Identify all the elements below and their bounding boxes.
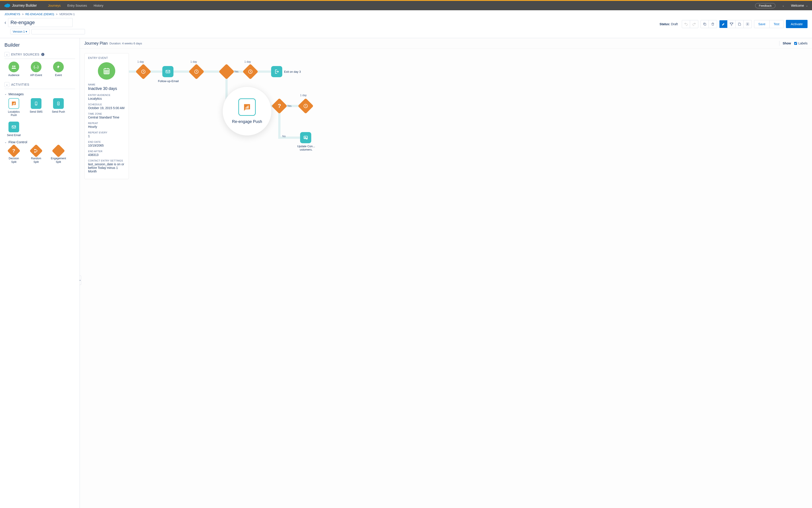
menu-chevron-icon[interactable]: ⌄ xyxy=(782,4,784,7)
history-group xyxy=(682,20,698,28)
svg-point-10 xyxy=(35,149,36,150)
update-contact-node[interactable] xyxy=(300,132,311,143)
back-button[interactable]: ‹ xyxy=(4,19,6,26)
tile-send-push[interactable]: Send Push xyxy=(50,98,66,117)
labels-toggle[interactable]: Labels xyxy=(794,42,808,45)
tile-localytics-push[interactable]: Localytics Push xyxy=(6,98,22,117)
tile-api-event[interactable]: {...} API Event xyxy=(28,61,44,77)
topbar: Journey Builder Journeys Entry Sources H… xyxy=(0,1,812,10)
exit-node[interactable] xyxy=(271,66,282,77)
followup-email-node[interactable] xyxy=(162,66,174,77)
share-button[interactable] xyxy=(735,20,744,28)
canvas-area: ◂ Journey Plan Duration: 4 weeks 6 days … xyxy=(80,38,812,508)
svg-rect-22 xyxy=(166,70,170,73)
journey-canvas[interactable]: ENTRY EVENT NAMEInactive 30 days ENTRY A… xyxy=(80,49,812,508)
breadcrumb-journeys[interactable]: JOURNEYS xyxy=(4,12,20,16)
breadcrumb-parent[interactable]: RE-ENGAGE (DEMO) xyxy=(26,12,54,16)
info-icon[interactable]: i xyxy=(41,53,44,56)
tile-random-split[interactable]: Random Split xyxy=(28,146,44,164)
status-text: Status: Draft xyxy=(660,22,678,26)
svg-point-2 xyxy=(12,66,14,67)
wait-node-2[interactable] xyxy=(189,64,204,80)
mode-group xyxy=(719,20,752,28)
wait-node-4[interactable] xyxy=(298,98,314,114)
nav-journeys[interactable]: Journeys xyxy=(48,4,61,7)
builder-sidebar: Builder ⌄ ENTRY SOURCES i Audience {...}… xyxy=(0,38,80,508)
svg-point-11 xyxy=(35,152,36,153)
nav-entry-sources[interactable]: Entry Sources xyxy=(67,4,87,7)
salesforce-cloud-icon xyxy=(4,3,10,8)
secondary-input[interactable] xyxy=(32,29,85,34)
feedback-button[interactable]: Feedback xyxy=(755,3,775,8)
svg-rect-0 xyxy=(704,24,706,25)
chevron-down-icon: ⌄ xyxy=(4,92,7,95)
edit-mode-button[interactable] xyxy=(719,20,727,28)
chevron-down-icon: ⌄ xyxy=(4,52,9,57)
localytics-push-icon xyxy=(238,98,256,116)
delete-button[interactable] xyxy=(709,20,717,28)
chevron-down-icon: ⌄ xyxy=(4,82,9,87)
chevron-down-icon: ⌄ xyxy=(806,4,808,7)
wait-node-3[interactable] xyxy=(243,64,258,80)
tile-engagement-split[interactable]: Engagement Split xyxy=(50,146,66,164)
wait-node-1[interactable] xyxy=(136,64,151,80)
reengage-push-node[interactable]: Re-engage Push xyxy=(223,87,272,136)
journey-plan-title: Journey Plan xyxy=(84,41,108,46)
tile-event[interactable]: Event xyxy=(50,61,66,77)
activities-section[interactable]: ⌄ ACTIVITIES xyxy=(4,82,75,89)
svg-point-5 xyxy=(36,104,36,105)
redo-button[interactable] xyxy=(690,20,698,28)
journey-title-input[interactable] xyxy=(8,18,73,27)
activate-button[interactable]: Activate xyxy=(786,20,808,28)
tile-audience[interactable]: Audience xyxy=(6,61,22,77)
save-button[interactable]: Save xyxy=(754,20,770,28)
entry-event-card[interactable]: ENTRY EVENT NAMEInactive 30 days ENTRY A… xyxy=(84,53,129,179)
control-row: ‹ Version 1 ▾ Status: Draft Save Test Ac… xyxy=(0,18,812,38)
app-title: Journey Builder xyxy=(12,4,37,8)
settings-button[interactable] xyxy=(744,20,752,28)
svg-point-3 xyxy=(14,66,15,67)
svg-point-1 xyxy=(747,24,748,25)
copy-button[interactable] xyxy=(701,20,709,28)
entry-sources-section[interactable]: ⌄ ENTRY SOURCES i xyxy=(4,52,75,59)
undo-button[interactable] xyxy=(682,20,690,28)
breadcrumb: JOURNEYS > RE-ENGAGE (DEMO) > VERSION 1 xyxy=(0,10,812,18)
svg-rect-9 xyxy=(12,126,16,128)
goals-button[interactable] xyxy=(727,20,735,28)
calendar-icon xyxy=(98,62,115,80)
breadcrumb-current: VERSION 1 xyxy=(59,12,75,16)
save-test-group: Save Test xyxy=(754,20,784,28)
builder-title: Builder xyxy=(4,42,75,48)
show-label: Show xyxy=(782,42,791,45)
test-button[interactable]: Test xyxy=(770,20,783,28)
engagement-split-node[interactable] xyxy=(219,64,235,80)
chevron-down-icon: ⌄ xyxy=(4,140,7,144)
version-select[interactable]: Version 1 ▾ xyxy=(10,29,30,34)
edit-group xyxy=(701,20,717,28)
svg-point-8 xyxy=(58,104,59,104)
nav-history[interactable]: History xyxy=(94,4,103,7)
tile-send-sms[interactable]: Send SMS xyxy=(28,98,44,117)
flow-control-subsection[interactable]: ⌄ Flow Control xyxy=(4,140,75,144)
welcome-menu[interactable]: Welcome ⌄ xyxy=(791,4,808,7)
messages-subsection[interactable]: ⌄ Messages xyxy=(4,92,75,96)
decision-split-node[interactable]: ? xyxy=(272,98,287,114)
tile-send-email[interactable]: Send Email xyxy=(6,122,22,137)
tile-decision-split[interactable]: ? Decision Split xyxy=(6,146,22,164)
